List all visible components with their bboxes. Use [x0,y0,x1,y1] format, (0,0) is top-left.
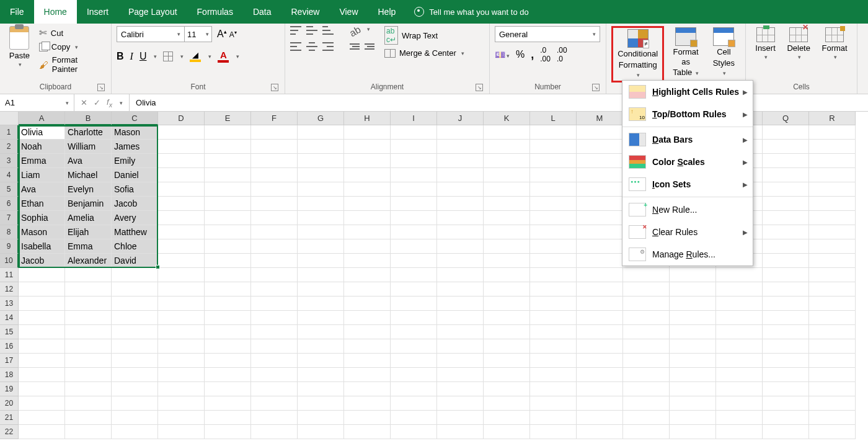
row-header-12[interactable]: 12 [0,282,19,297]
row-header-8[interactable]: 8 [0,225,19,239]
cell-C11[interactable] [112,268,158,282]
cell-N21[interactable] [623,411,670,425]
cell-K20[interactable] [484,396,530,411]
cell-M4[interactable] [577,168,623,182]
cell-A22[interactable] [19,425,65,439]
percent-button[interactable]: % [516,49,525,60]
cell-E6[interactable] [205,197,251,211]
column-header-E[interactable]: E [205,112,251,125]
cell-I10[interactable] [391,254,437,268]
menu-data-bars[interactable]: Data Bars▶ [622,128,753,151]
cell-G20[interactable] [298,396,344,411]
cell-F14[interactable] [251,311,298,325]
cell-H18[interactable] [344,368,391,382]
cell-H1[interactable] [344,125,391,140]
cell-N20[interactable] [623,396,670,411]
cell-B2[interactable]: William [65,140,112,154]
cell-B21[interactable] [65,411,112,425]
cell-N15[interactable] [623,325,670,339]
cell-L22[interactable] [530,425,577,439]
row-header-15[interactable]: 15 [0,325,19,339]
tell-me-search[interactable]: Tell me what you want to do [405,0,537,24]
cell-I14[interactable] [391,311,437,325]
align-center-button[interactable] [306,42,317,51]
tab-view[interactable]: View [329,0,368,24]
cell-C4[interactable]: Daniel [112,168,158,182]
font-size-select[interactable]: 11▾ [185,26,212,42]
cell-B14[interactable] [65,311,112,325]
cell-I15[interactable] [391,325,437,339]
cell-I16[interactable] [391,339,437,354]
cell-H8[interactable] [344,225,391,239]
cell-G12[interactable] [298,282,344,297]
cell-Q20[interactable] [763,396,809,411]
cell-N13[interactable] [623,297,670,311]
cell-M10[interactable] [577,254,623,268]
cell-H13[interactable] [344,297,391,311]
cell-O11[interactable] [670,268,716,282]
cell-B17[interactable] [65,354,112,368]
column-header-C[interactable]: C [112,112,158,125]
cell-B7[interactable]: Amelia [65,211,112,225]
cell-O18[interactable] [670,368,716,382]
cell-L10[interactable] [530,254,577,268]
cell-G2[interactable] [298,140,344,154]
cell-H9[interactable] [344,239,391,254]
cell-C6[interactable]: Jacob [112,197,158,211]
column-header-J[interactable]: J [437,112,484,125]
font-name-select[interactable]: Calibri▾ [117,26,185,42]
cell-Q14[interactable] [763,311,809,325]
cell-K21[interactable] [484,411,530,425]
cell-G17[interactable] [298,354,344,368]
cell-R7[interactable] [809,211,856,225]
cell-M7[interactable] [577,211,623,225]
cell-R3[interactable] [809,154,856,168]
cell-I2[interactable] [391,140,437,154]
currency-button[interactable]: 💷▾ [495,50,510,60]
cell-L8[interactable] [530,225,577,239]
cell-K15[interactable] [484,325,530,339]
cell-J19[interactable] [437,382,484,396]
row-header-14[interactable]: 14 [0,311,19,325]
cell-E18[interactable] [205,368,251,382]
decrease-indent-button[interactable] [350,42,360,51]
cell-N16[interactable] [623,339,670,354]
conditional-formatting-button[interactable]: Conditional Formatting ▾ [611,26,664,83]
comma-style-button[interactable]: , [531,48,534,61]
cell-K10[interactable] [484,254,530,268]
cell-E5[interactable] [205,182,251,197]
cell-H6[interactable] [344,197,391,211]
cell-E9[interactable] [205,239,251,254]
cell-C12[interactable] [112,282,158,297]
cell-K3[interactable] [484,154,530,168]
row-header-5[interactable]: 5 [0,182,19,197]
cell-J11[interactable] [437,268,484,282]
cell-D3[interactable] [158,154,205,168]
cell-K2[interactable] [484,140,530,154]
column-header-H[interactable]: H [344,112,391,125]
cell-L17[interactable] [530,354,577,368]
cell-R16[interactable] [809,339,856,354]
cell-M22[interactable] [577,425,623,439]
cell-K22[interactable] [484,425,530,439]
cell-K17[interactable] [484,354,530,368]
cell-F16[interactable] [251,339,298,354]
cell-D12[interactable] [158,282,205,297]
cell-H12[interactable] [344,282,391,297]
cell-R19[interactable] [809,382,856,396]
cell-N18[interactable] [623,368,670,382]
merge-center-button[interactable]: Merge & Center▾ [384,48,464,58]
menu-new-rule[interactable]: New Rule... [622,198,753,221]
cell-A6[interactable]: Ethan [19,197,65,211]
cell-P17[interactable] [716,354,763,368]
cell-Q18[interactable] [763,368,809,382]
menu-top-bottom-rules[interactable]: Top/Bottom Rules▶ [622,103,753,125]
cell-F8[interactable] [251,225,298,239]
cell-O20[interactable] [670,396,716,411]
column-header-M[interactable]: M [577,112,623,125]
cell-R6[interactable] [809,197,856,211]
number-format-select[interactable]: General▾ [495,26,600,42]
copy-button[interactable]: Copy▾ [37,41,106,53]
cell-G1[interactable] [298,125,344,140]
cell-D19[interactable] [158,382,205,396]
